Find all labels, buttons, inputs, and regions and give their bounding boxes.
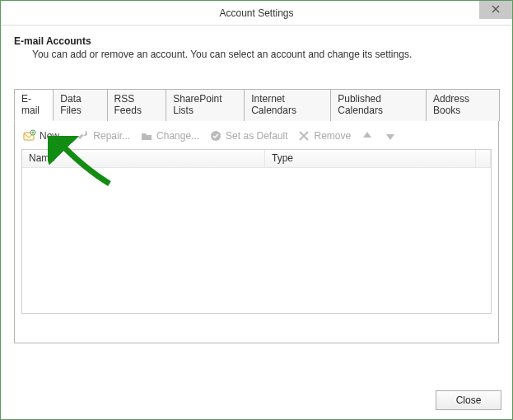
dialog-footer: Close — [436, 390, 501, 410]
move-up-button[interactable] — [361, 129, 374, 142]
repair-button[interactable]: Repair... — [77, 129, 130, 142]
section-subtext: You can add or remove an account. You ca… — [32, 49, 499, 60]
remove-x-icon — [297, 129, 310, 142]
section-heading: E-mail Accounts — [14, 35, 499, 47]
tab-address-books[interactable]: Address Books — [426, 89, 500, 121]
change-button-label: Change... — [156, 130, 199, 142]
window-title: Account Settings — [219, 7, 293, 19]
arrow-down-icon — [384, 129, 397, 142]
wrench-icon — [77, 129, 90, 142]
toolbar: New... Repair... Change... Set as Defaul… — [21, 128, 492, 149]
remove-button[interactable]: Remove — [297, 129, 351, 142]
tab-strip: E-mail Data Files RSS Feeds SharePoint L… — [14, 88, 499, 121]
tab-internet-calendars[interactable]: Internet Calendars — [244, 89, 331, 121]
dialog-content: E-mail Accounts You can add or remove an… — [1, 26, 512, 343]
new-button-label: New... — [40, 130, 67, 142]
close-icon — [492, 4, 500, 16]
set-default-button[interactable]: Set as Default — [209, 129, 287, 142]
column-header-spacer — [476, 150, 491, 167]
list-header: Name Type — [22, 150, 491, 168]
column-header-name[interactable]: Name — [22, 150, 265, 167]
column-header-type[interactable]: Type — [265, 150, 476, 167]
check-circle-icon — [209, 129, 222, 142]
title-bar: Account Settings — [1, 1, 512, 26]
tab-published-calendars[interactable]: Published Calendars — [330, 89, 427, 121]
change-button[interactable]: Change... — [140, 129, 199, 142]
arrow-up-icon — [361, 129, 374, 142]
accounts-list[interactable]: Name Type — [21, 149, 492, 314]
new-mail-icon — [23, 129, 36, 142]
tab-panel: New... Repair... Change... Set as Defaul… — [14, 121, 499, 343]
tab-data-files[interactable]: Data Files — [53, 89, 107, 121]
set-default-button-label: Set as Default — [226, 130, 287, 142]
tab-email[interactable]: E-mail — [14, 89, 54, 121]
remove-button-label: Remove — [314, 130, 351, 142]
window-close-button[interactable] — [479, 1, 512, 19]
new-button[interactable]: New... — [23, 129, 67, 142]
move-down-button[interactable] — [384, 129, 397, 142]
tab-sharepoint-lists[interactable]: SharePoint Lists — [166, 89, 245, 121]
folder-change-icon — [140, 129, 153, 142]
repair-button-label: Repair... — [93, 130, 130, 142]
close-button[interactable]: Close — [436, 390, 501, 410]
tab-rss-feeds[interactable]: RSS Feeds — [107, 89, 167, 121]
